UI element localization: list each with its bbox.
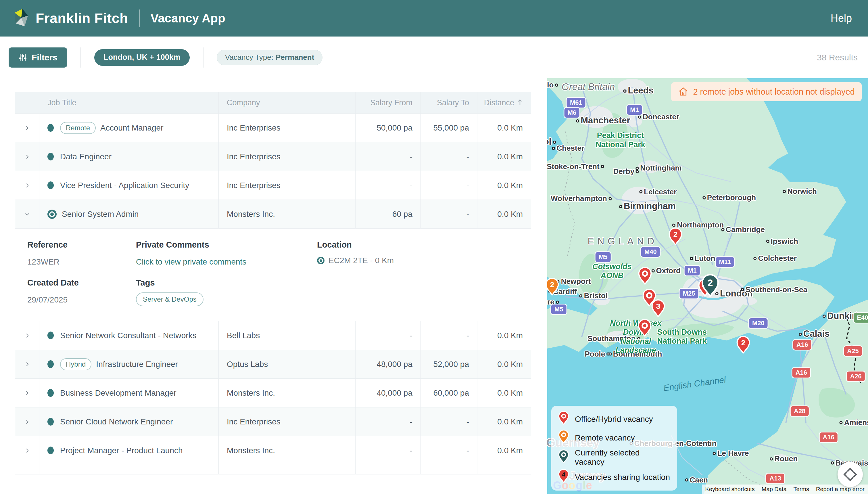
brand-logo: Franklin Fitch: [12, 9, 128, 28]
row-expander[interactable]: [15, 142, 39, 171]
map-region-label: ENGLAND: [588, 236, 657, 247]
tag-pill[interactable]: Server & DevOps: [136, 292, 203, 306]
attribution-link[interactable]: Terms: [790, 484, 812, 494]
vacancy-type-filter-chip[interactable]: Vacancy Type: Permanent: [217, 50, 323, 65]
map-pin-red[interactable]: [638, 267, 652, 286]
map-pin-selected[interactable]: 2: [701, 274, 719, 299]
map-pin-red[interactable]: [638, 319, 652, 339]
header-divider: [139, 10, 140, 27]
filters-button[interactable]: Filters: [8, 48, 67, 68]
road-badge: M20: [749, 318, 768, 328]
row-expander[interactable]: [15, 171, 39, 200]
help-link[interactable]: Help: [831, 12, 852, 24]
salary-to-cell: -: [421, 436, 477, 465]
job-title-cell: Senior Network Consultant - Networks: [39, 321, 219, 350]
city-dot-icon: [799, 333, 802, 336]
attribution-link[interactable]: Keyboard shortcuts: [702, 484, 758, 494]
city-dot-icon: [753, 257, 756, 260]
road-badge: A16: [793, 340, 811, 350]
salary-from-cell: -: [356, 142, 421, 171]
salary-to-cell: -: [421, 321, 477, 350]
row-expander[interactable]: [15, 436, 39, 465]
legend-item: Currently selected vacancy: [558, 448, 670, 467]
map-pin-orange-cluster[interactable]: 2: [547, 278, 559, 297]
map-panel[interactable]: oloLeedsManchesterDoncasterolChesterStok…: [547, 78, 868, 494]
city-dot-icon: [831, 461, 834, 465]
legend-pin-icon: [558, 430, 569, 446]
table-row[interactable]: Project Manager - Product LaunchMonsters…: [15, 436, 531, 465]
map-pin-red-cluster[interactable]: 2: [669, 227, 682, 247]
row-expander[interactable]: [15, 200, 39, 228]
city-dot-icon: [672, 224, 675, 227]
chevron-down-icon: [24, 211, 31, 218]
attribution-link[interactable]: Report a map error: [812, 484, 868, 494]
location-filter-chip[interactable]: London, UK + 100km: [94, 49, 190, 66]
road-badge: M1: [627, 105, 642, 115]
column-header-distance[interactable]: Distance: [477, 92, 531, 113]
road-badge: M11: [716, 257, 734, 267]
map-legend: Office/Hybrid vacancy Remote vacancy Cur…: [551, 406, 677, 491]
row-expander[interactable]: [15, 407, 39, 436]
pan-control[interactable]: [837, 462, 863, 487]
map-city-label: Peterborough: [701, 193, 756, 202]
vacancy-marker-icon: [47, 331, 54, 339]
road-badge: M1: [685, 266, 700, 276]
city-dot-icon: [552, 147, 555, 150]
svg-text:2: 2: [673, 230, 677, 239]
row-expander[interactable]: [15, 321, 39, 350]
vacancy-marker-icon: [47, 389, 54, 397]
table-row[interactable]: Senior Cloud Network EngineerInc Enterpr…: [15, 407, 531, 436]
sliders-icon: [18, 53, 27, 62]
column-header-salary-to[interactable]: Salary To: [421, 92, 477, 113]
map-pin-red-cluster[interactable]: 3: [651, 299, 665, 319]
table-row[interactable]: RemoteAccount ManagerInc Enterprises50,0…: [15, 113, 531, 142]
job-title-text: Project Manager - Product Launch: [60, 446, 182, 455]
table-row[interactable]: Senior Network Consultant - NetworksBell…: [15, 321, 531, 350]
row-expander[interactable]: [15, 350, 39, 378]
map-city-label: Chester: [550, 144, 584, 152]
home-icon: [678, 87, 688, 97]
city-dot-icon: [639, 190, 643, 193]
salary-to-cell: -: [421, 200, 477, 228]
legend-item: 4Vacancies sharing location: [558, 469, 670, 486]
legend-item: Office/Hybrid vacancy: [558, 411, 670, 427]
map-city-label: Wolverhampton: [551, 194, 613, 203]
table-row[interactable]: Vice President - Application SecurityInc…: [15, 171, 531, 200]
pan-arrows-icon: [842, 467, 858, 482]
remote-jobs-banner: 2 remote jobs without location not displ…: [671, 82, 862, 101]
vacancy-marker-icon: [47, 418, 54, 425]
table-row[interactable]: HybridInfrastructure EngineerOptus Labs4…: [15, 350, 531, 378]
city-dot-icon: [576, 119, 579, 122]
app-header: Franklin Fitch Vacancy App Help: [0, 0, 868, 37]
private-comments-link[interactable]: Click to view private comments: [136, 258, 246, 267]
column-header-job-title[interactable]: Job Title: [39, 92, 219, 113]
row-expander[interactable]: [15, 114, 39, 142]
salary-from-cell: -: [356, 407, 421, 436]
city-dot-icon: [609, 197, 612, 200]
company-cell: Inc Enterprises: [219, 114, 356, 142]
banner-text: 2 remote jobs without location not displ…: [693, 87, 855, 97]
row-expander[interactable]: [15, 379, 39, 407]
chevron-right-icon: [24, 182, 31, 189]
distance-cell: 0.0 Km: [477, 407, 531, 436]
vacancy-marker-icon: [47, 182, 54, 189]
table-row[interactable]: Business Development ManagerMonsters Inc…: [15, 378, 531, 407]
map-city-label: Caen: [684, 475, 708, 484]
column-header-company[interactable]: Company: [219, 92, 356, 113]
salary-from-cell: -: [356, 436, 421, 465]
job-title-text: Senior Network Consultant - Networks: [60, 331, 197, 340]
distance-cell: 0.0 Km: [477, 321, 531, 350]
column-header-salary-from[interactable]: Salary From: [356, 92, 421, 113]
attribution-link[interactable]: Map Data: [758, 484, 790, 494]
vacancy-marker-icon: [47, 153, 54, 160]
work-mode-badge: Hybrid: [60, 358, 92, 370]
road-badge: M5: [595, 252, 611, 262]
table-header-row: Job Title Company Salary From Salary To …: [15, 92, 531, 113]
job-title-cell: Senior Cloud Network Engineer: [39, 407, 219, 436]
chevron-right-icon: [24, 390, 31, 397]
city-dot-icon: [690, 257, 693, 260]
map-pin-red-cluster[interactable]: 2: [736, 336, 750, 356]
table-row[interactable]: Data EngineerInc Enterprises--0.0 Km: [15, 142, 531, 171]
job-title-cell: Senior System Admin: [39, 200, 219, 228]
table-row-selected[interactable]: Senior System AdminMonsters Inc.60 pa-0.…: [15, 200, 531, 228]
